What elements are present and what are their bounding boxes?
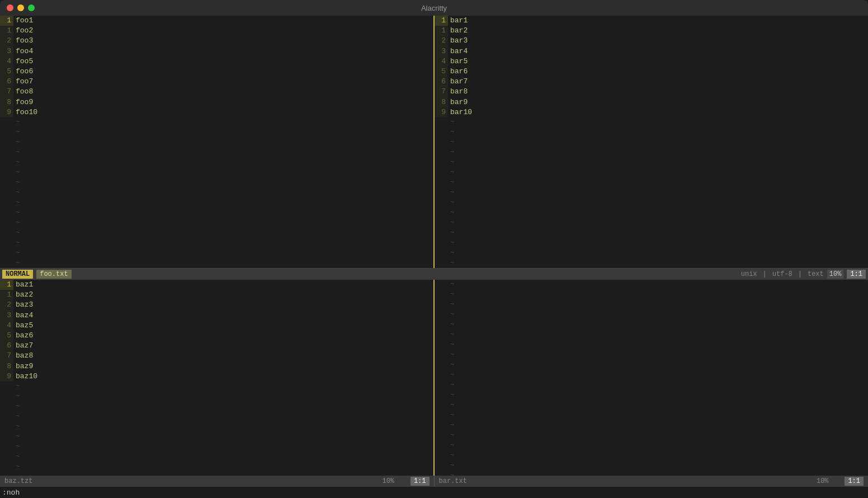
line-number: 1: [0, 290, 13, 300]
tilde-line: ~: [0, 178, 433, 188]
line-number: 6: [0, 341, 13, 351]
line-content: bar7: [448, 77, 468, 87]
table-row: 3baz4: [0, 311, 433, 321]
line-number: 3: [0, 311, 13, 321]
line-number: 4: [0, 57, 13, 67]
tilde-line: ~: [0, 248, 433, 259]
tilde-line: ~: [0, 402, 433, 412]
table-row: 5baz6: [0, 331, 433, 341]
tilde-line: ~: [435, 168, 868, 178]
window-controls: [7, 4, 35, 11]
bottom-left-pane[interactable]: 1baz11baz22baz33baz44baz55baz66baz77baz8…: [0, 280, 433, 476]
tilde-line: ~: [0, 118, 433, 128]
top-right-pane[interactable]: 1bar11bar22bar33bar44bar55bar66bar77bar8…: [435, 16, 868, 268]
line-number: 9: [0, 107, 13, 118]
table-row: 6foo7: [0, 77, 433, 87]
line-content: bar6: [448, 67, 468, 77]
line-number: 8: [0, 97, 13, 107]
table-row: 7baz8: [0, 351, 433, 361]
line-content: baz5: [13, 321, 33, 331]
tilde-line: ~: [435, 248, 868, 259]
line-number: 8: [435, 97, 448, 107]
bottom-section: 1baz11baz22baz33baz44baz55baz66baz77baz8…: [0, 280, 868, 498]
table-row: 3bar4: [435, 46, 868, 57]
line-number: 2: [0, 36, 13, 46]
tilde-line: ~: [435, 320, 868, 330]
tilde-line: ~: [435, 330, 868, 340]
table-row: 9baz10: [0, 372, 433, 382]
close-button[interactable]: [7, 4, 13, 11]
tilde-line: ~: [0, 432, 433, 442]
table-row: 4foo5: [0, 57, 433, 67]
tilde-line: ~: [0, 128, 433, 138]
tilde-line: ~: [435, 128, 868, 138]
top-right-editor[interactable]: 1bar11bar22bar33bar44bar55bar66bar77bar8…: [435, 16, 868, 268]
terminal-content: 1foo11foo22foo33foo44foo55foo66foo77foo8…: [0, 16, 868, 498]
tilde-line: ~: [0, 158, 433, 168]
table-row: 4baz5: [0, 321, 433, 331]
top-left-editor[interactable]: 1foo11foo22foo33foo44foo55foo66foo77foo8…: [0, 16, 433, 268]
line-number: 8: [0, 361, 13, 372]
table-row: 5foo6: [0, 67, 433, 77]
tilde-line: ~: [435, 178, 868, 188]
line-content: foo3: [13, 36, 33, 46]
table-row: 8foo9: [0, 97, 433, 107]
line-content: foo6: [13, 67, 33, 77]
line-number: 6: [0, 77, 13, 87]
tilde-line: ~: [0, 452, 433, 462]
bottom-left-editor[interactable]: 1baz11baz22baz33baz44baz55baz66baz77baz8…: [0, 280, 433, 476]
line-content: baz10: [13, 372, 37, 382]
line-number: 5: [0, 67, 13, 77]
table-row: 8baz9: [0, 361, 433, 372]
minimize-button[interactable]: [17, 4, 24, 11]
tilde-line: ~: [435, 350, 868, 360]
tilde-line: ~: [435, 228, 868, 238]
tilde-line: ~: [0, 382, 433, 392]
bottom-statusbar-left: baz.tzt 10% 1:1: [0, 476, 434, 487]
tilde-line: ~: [435, 411, 868, 421]
maximize-button[interactable]: [28, 4, 35, 11]
tilde-line: ~: [435, 208, 868, 218]
bottom-left-right: 10% 1:1: [382, 477, 429, 485]
table-row: 1bar1: [435, 16, 868, 26]
line-content: foo10: [13, 107, 37, 118]
line-content: baz2: [13, 290, 33, 300]
top-left-lines: 1foo11foo22foo33foo44foo55foo66foo77foo8…: [0, 16, 433, 268]
tilde-line: ~: [0, 412, 433, 422]
line-number: 1: [435, 26, 448, 36]
tilde-line: ~: [435, 259, 868, 268]
filename-indicator: foo.txt: [36, 270, 71, 279]
tilde-line: ~: [435, 280, 868, 290]
bottom-panes: 1baz11baz22baz33baz44baz55baz66baz77baz8…: [0, 280, 868, 476]
tilde-line: ~: [435, 360, 868, 370]
line-number: 1: [0, 280, 13, 290]
line-content: bar8: [448, 87, 468, 97]
tilde-line: ~: [0, 259, 433, 268]
table-row: 4bar5: [435, 57, 868, 67]
tilde-line: ~: [0, 148, 433, 158]
line-number: 4: [435, 57, 448, 67]
tilde-line: ~: [435, 451, 868, 461]
tilde-line: ~: [435, 471, 868, 476]
window-title: Alacritty: [421, 4, 447, 12]
top-right-lines: 1bar11bar22bar33bar44bar55bar66bar77bar8…: [435, 16, 868, 268]
tilde-line: ~: [0, 198, 433, 208]
tilde-line: ~: [0, 422, 433, 432]
bottom-right-editor[interactable]: ~~~~~~~~~~~~~~~~~~~~~~~~~~~~~~: [435, 280, 868, 476]
tilde-line: ~: [435, 118, 868, 128]
tilde-line: ~: [0, 208, 433, 218]
line-content: foo9: [13, 97, 33, 107]
top-left-pane[interactable]: 1foo11foo22foo33foo44foo55foo66foo77foo8…: [0, 16, 433, 268]
bottom-right-pane[interactable]: ~~~~~~~~~~~~~~~~~~~~~~~~~~~~~~: [435, 280, 868, 476]
bottom-right-percent: 10%: [817, 477, 829, 485]
command-line[interactable]: :noh: [0, 487, 868, 498]
line-content: bar4: [448, 46, 468, 57]
table-row: 1bar2: [435, 26, 868, 36]
bottom-statusbar-right: bar.txt 10% 1:1: [434, 476, 869, 487]
table-row: 1foo2: [0, 26, 433, 36]
tilde-line: ~: [0, 238, 433, 248]
line-number: 6: [435, 77, 448, 87]
encoding-indicator: utf-8: [772, 270, 792, 278]
tilde-line: ~: [435, 218, 868, 228]
tilde-line: ~: [435, 340, 868, 350]
